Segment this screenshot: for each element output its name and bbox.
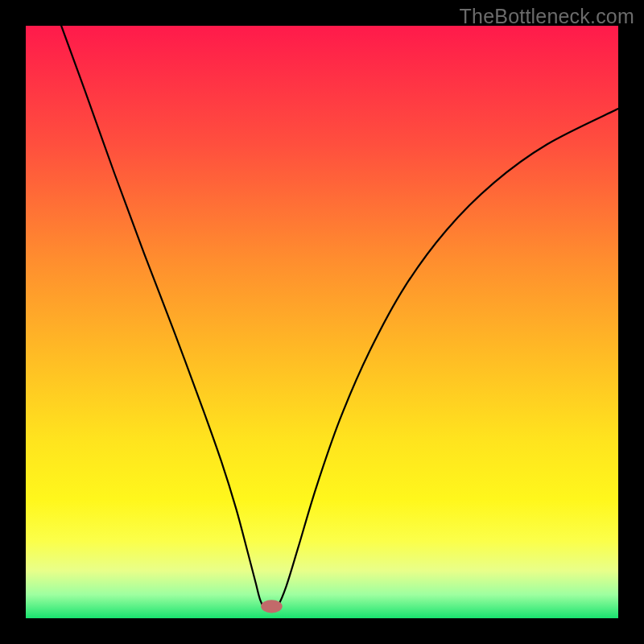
plot-area <box>26 26 618 618</box>
chart-canvas <box>26 26 618 618</box>
frame: TheBottleneck.com <box>0 0 644 644</box>
watermark-text: TheBottleneck.com <box>460 5 634 28</box>
background-gradient <box>26 26 618 618</box>
vertex-marker <box>261 600 282 613</box>
